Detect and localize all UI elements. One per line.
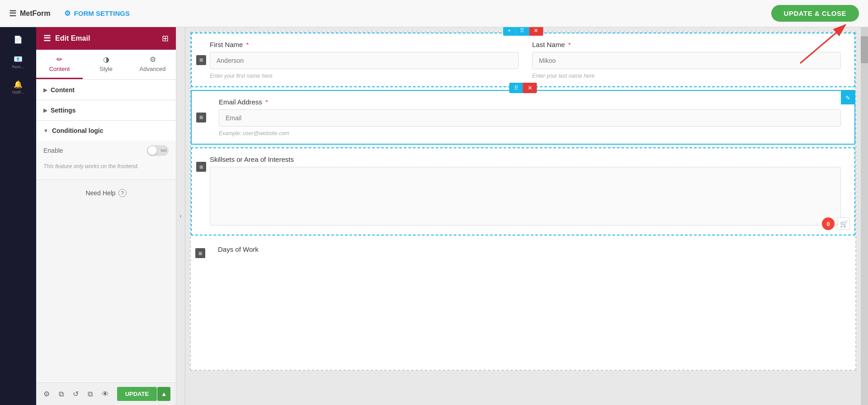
conditional-logic-body: Enable NO This feature only works on the… <box>36 141 176 179</box>
panel-title-text: Edit Email <box>55 34 90 42</box>
dark-sidebar: 📄 📧 Rem... 🔔 Notif... <box>0 27 36 405</box>
need-help-text: Need Help <box>85 189 115 197</box>
panel-content: ▶ Content ▶ Settings ▼ Conditional logic <box>36 80 176 382</box>
scrollbar[interactable] <box>861 27 868 405</box>
sidebar-icon-2: 📧 <box>14 55 23 63</box>
enable-label: Enable <box>43 147 63 154</box>
days-handle-icon[interactable]: ⊞ <box>195 248 205 258</box>
logo-text: MetForm <box>20 9 51 18</box>
style-tab-icon: ◑ <box>103 55 109 64</box>
name-row-toolbar: + ⠿ ✕ <box>503 27 543 36</box>
last-name-label: Last Name * <box>532 41 841 48</box>
textarea-bottom-right: 0 🛒 <box>822 217 850 230</box>
skillsets-handle-icon[interactable]: ⊞ <box>196 162 206 172</box>
update-arrow-button[interactable]: ▲ <box>157 387 170 401</box>
content-accordion: ▶ Content <box>36 80 176 100</box>
content-accordion-label: Content <box>51 86 75 94</box>
email-edit-icon[interactable]: ✎ <box>841 91 854 104</box>
help-icon: ? <box>118 189 127 197</box>
settings-accordion: ▶ Settings <box>36 100 176 121</box>
tab-style[interactable]: ◑ Style <box>83 50 129 79</box>
sidebar-item-2[interactable]: 📧 Rem... <box>0 51 36 73</box>
collapse-icon: ‹ <box>180 213 182 219</box>
settings-accordion-label: Settings <box>51 107 75 114</box>
first-name-input[interactable] <box>210 52 519 69</box>
last-name-input[interactable] <box>532 52 841 69</box>
cart-icon-btn[interactable]: 🛒 <box>837 217 850 230</box>
panel-header: ☰ Edit Email ⊞ <box>36 27 176 50</box>
days-label: Days of Work <box>218 245 842 253</box>
tab-advanced[interactable]: ⚙ Advanced <box>129 50 176 79</box>
update-button[interactable]: UPDATE <box>117 387 157 401</box>
email-row: ⠿ ✕ ⊞ Email Address * Example: user@webs… <box>191 90 855 145</box>
copy-bottom-icon[interactable]: ⧉ <box>86 388 94 400</box>
gear-icon: ⚙ <box>64 9 71 18</box>
email-close-btn[interactable]: ✕ <box>523 83 537 93</box>
name-cols: ⊞ First Name * Enter your first name her… <box>192 33 854 86</box>
days-field-group: Days of Work <box>218 245 842 253</box>
email-handle-icon[interactable]: ⊞ <box>196 113 206 122</box>
email-label: Email Address * <box>219 98 841 106</box>
email-required: * <box>265 98 268 106</box>
add-column-btn[interactable]: + <box>503 27 516 36</box>
enable-toggle[interactable]: NO <box>147 145 169 156</box>
first-name-hint: Enter your first name here <box>210 73 519 79</box>
tab-advanced-label: Advanced <box>140 66 166 72</box>
first-name-field: ⊞ First Name * Enter your first name her… <box>210 41 519 79</box>
panel-title: ☰ Edit Email <box>43 33 90 43</box>
sidebar-icon-3: 🔔 <box>14 80 23 89</box>
main-canvas: + ⠿ ✕ ⊞ First Name * Enter your first na… <box>185 27 861 405</box>
layers-bottom-icon[interactable]: ⧉ <box>57 388 66 400</box>
last-name-field: Last Name * Enter your last name here <box>532 41 841 79</box>
advanced-tab-icon: ⚙ <box>150 55 156 64</box>
left-panel: ☰ Edit Email ⊞ ✏ Content ◑ Style ⚙ Advan… <box>36 27 176 405</box>
top-bar: ☰ MetForm ⚙ FORM SETTINGS UPDATE & CLOSE <box>0 0 868 27</box>
email-row-toolbar: ⠿ ✕ <box>509 83 537 93</box>
skillsets-row: ⊞ Skillsets or Area of Interests 0 🛒 <box>191 147 855 235</box>
update-btn-group: UPDATE ▲ <box>117 387 170 401</box>
main-layout: 📄 📧 Rem... 🔔 Notif... ☰ Edit Email ⊞ ✏ C… <box>0 27 868 405</box>
tab-content-label: Content <box>49 66 70 72</box>
toggle-knob <box>148 146 157 155</box>
content-arrow-icon: ▶ <box>43 87 47 93</box>
enable-row: Enable NO <box>43 141 169 160</box>
last-name-hint: Enter your last name here <box>532 73 841 79</box>
move-row-btn[interactable]: ⠿ <box>515 27 529 36</box>
metform-logo: ☰ MetForm <box>9 9 51 19</box>
hamburger-icon[interactable]: ☰ <box>43 33 51 43</box>
email-field-group: Email Address * Example: user@website.co… <box>219 98 841 137</box>
content-accordion-header[interactable]: ▶ Content <box>36 80 176 100</box>
form-container: + ⠿ ✕ ⊞ First Name * Enter your first na… <box>190 32 856 371</box>
form-settings-button[interactable]: ⚙ FORM SETTINGS <box>64 9 130 18</box>
settings-bottom-icon[interactable]: ⚙ <box>42 388 52 400</box>
close-row-btn[interactable]: ✕ <box>529 27 543 36</box>
sidebar-item-1[interactable]: 📄 <box>0 32 36 47</box>
settings-accordion-header[interactable]: ▶ Settings <box>36 100 176 120</box>
conditional-logic-header[interactable]: ▼ Conditional logic <box>36 121 176 141</box>
tab-content[interactable]: ✏ Content <box>36 50 83 79</box>
conditional-logic-section: ▼ Conditional logic Enable NO This featu… <box>36 121 176 180</box>
panel-tabs: ✏ Content ◑ Style ⚙ Advanced <box>36 50 176 80</box>
name-row: + ⠿ ✕ ⊞ First Name * Enter your first na… <box>191 33 855 87</box>
top-bar-left: ☰ MetForm ⚙ FORM SETTINGS <box>9 9 130 19</box>
grid-icon[interactable]: ⊞ <box>162 33 169 43</box>
form-settings-label: FORM SETTINGS <box>74 9 130 17</box>
conditional-logic-label: Conditional logic <box>52 127 104 134</box>
need-help[interactable]: Need Help ? <box>36 180 176 206</box>
first-name-required: * <box>246 41 249 48</box>
update-close-button[interactable]: UPDATE & CLOSE <box>771 5 859 22</box>
row-handle-icon[interactable]: ⊞ <box>196 55 206 65</box>
panel-bottom: ⚙ ⧉ ↺ ⧉ 👁 UPDATE ▲ <box>36 382 176 405</box>
skillsets-textarea[interactable] <box>210 167 841 226</box>
collapse-toggle[interactable]: ‹ <box>176 27 185 405</box>
conditional-arrow-icon: ▼ <box>43 128 48 133</box>
content-tab-icon: ✏ <box>57 55 62 64</box>
preview-bottom-icon[interactable]: 👁 <box>100 388 111 400</box>
menu-icon: ☰ <box>9 9 16 19</box>
sidebar-item-3[interactable]: 🔔 Notif... <box>0 76 36 98</box>
scrollbar-thumb[interactable] <box>861 36 868 63</box>
email-input[interactable] <box>219 109 841 127</box>
undo-bottom-icon[interactable]: ↺ <box>71 388 80 400</box>
email-move-btn[interactable]: ⠿ <box>509 83 523 93</box>
toggle-value: NO <box>161 148 167 153</box>
